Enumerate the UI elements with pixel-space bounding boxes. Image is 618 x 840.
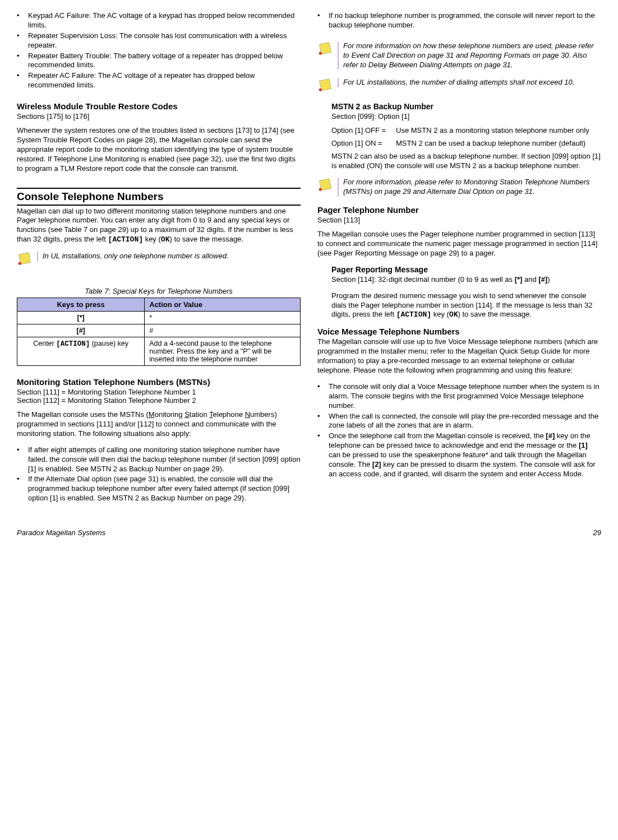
prm-heading: Pager Reporting Message (331, 265, 601, 274)
option-off-row: Option [1] OFF = Use MSTN 2 as a monitor… (331, 126, 601, 134)
bullet-text: Repeater AC Failure: The AC voltage of a… (28, 71, 301, 90)
th-keys: Keys to press (17, 298, 145, 312)
note-text: For UL installations, the number of dial… (338, 78, 574, 87)
option-on-val: MSTN 2 can be used a backup telephone nu… (396, 139, 601, 147)
note-ul-dialing-attempts: For UL installations, the number of dial… (317, 78, 601, 94)
ok-key: OK (449, 310, 458, 319)
cell-key-hash: [#] (17, 324, 145, 337)
option-off-val: Use MSTN 2 as a monitoring station telep… (396, 126, 601, 134)
table-caption: Table 7: Special Keys for Telephone Numb… (17, 287, 301, 295)
note-icon (17, 252, 33, 267)
option-on-row: Option [1] ON = MSTN 2 can be used a bac… (331, 139, 601, 147)
left-column: •Keypad AC Failure: The AC voltage of a … (17, 11, 301, 514)
option-on-label: Option [1] ON = (331, 139, 396, 147)
bullet-text: If after eight attempts of calling one m… (28, 445, 301, 474)
cell-val-pause: Add a 4-second pause to the telephone nu… (145, 337, 301, 366)
svg-point-0 (19, 262, 21, 265)
th-action: Action or Value (145, 298, 301, 312)
prm-ref: Section [114]: 32-digit decimal number (… (331, 275, 601, 284)
cell-key-pause: Center [ACTION] (pause) key (17, 337, 145, 366)
mstn-bullets: •If after eight attempts of calling one … (17, 445, 301, 503)
cell-val-star: * (145, 312, 301, 324)
bullet-text: The console will only dial a Voice Messa… (329, 382, 601, 411)
mstn-heading: Monitoring Station Telephone Numbers (MS… (17, 377, 301, 387)
ctn-heading: Console Telephone Numbers (17, 188, 301, 206)
note-more-info-dialing: For more information on how these teleph… (317, 41, 601, 70)
bullet-text: Keypad AC Failure: The AC voltage of a k… (28, 11, 301, 30)
mstn-ref1: Section [111] = Monitoring Station Telep… (17, 388, 301, 396)
vmtn-heading: Voice Message Telephone Numbers (317, 327, 601, 336)
svg-point-2 (319, 89, 322, 91)
vmtn-bullets: •The console will only dial a Voice Mess… (317, 382, 601, 479)
mstn2-heading: MSTN 2 as Backup Number (331, 102, 601, 111)
footer-left: Paradox Magellan Systems (17, 528, 105, 537)
pager-body: The Magellan console uses the Pager tele… (317, 230, 601, 258)
special-keys-table: Keys to press Action or Value [*] * [#] … (17, 298, 301, 366)
svg-point-1 (319, 52, 322, 54)
mstn2-body: MSTN 2 can also be used as a backup tele… (331, 152, 601, 171)
option-off-label: Option [1] OFF = (331, 126, 396, 134)
bullet-text: Repeater Battery Trouble: The battery vo… (28, 52, 301, 71)
note-icon (317, 178, 333, 193)
action-key: [ACTION] (396, 310, 431, 319)
action-key: [ACTION] (108, 235, 143, 244)
col2-top-bullet: •If no backup telephone number is progra… (317, 11, 601, 30)
bullet-text: When the call is connected, the console … (329, 412, 601, 431)
pager-ref: Section [113] (317, 216, 601, 224)
note-icon (317, 41, 333, 57)
wmtrc-section-ref: Sections [175] to [176] (17, 112, 301, 120)
wmtrc-heading: Wireless Module Trouble Restore Codes (17, 101, 301, 111)
mstn-body: The Magellan console uses the MSTNs (Mon… (17, 410, 301, 439)
bullet-text: Once the telephone call from the Magella… (329, 431, 601, 479)
mstn-ref2: Section [112] = Monitoring Station Telep… (17, 396, 301, 405)
bullet-text: If the Alternate Dial option (see page 3… (28, 475, 301, 503)
note-text: For more information on how these teleph… (338, 41, 601, 70)
intro-bullets: •Keypad AC Failure: The AC voltage of a … (17, 11, 301, 90)
mstn2-ref: Section [099]: Option [1] (331, 112, 601, 120)
pager-heading: Pager Telephone Number (317, 205, 601, 215)
ctn-body: Magellan can dial up to two different mo… (17, 207, 301, 245)
ok-key: OK (161, 235, 170, 244)
prm-body: Program the desired numeric message you … (331, 291, 601, 321)
cell-key-star: [*] (17, 312, 145, 324)
cell-val-hash: # (145, 324, 301, 337)
right-column: •If no backup telephone number is progra… (317, 11, 601, 514)
footer-page-number: 29 (593, 528, 601, 537)
vmtn-body: The Magellan console will use up to five… (317, 337, 601, 375)
note-icon (317, 78, 333, 94)
page-footer: Paradox Magellan Systems 29 (17, 528, 601, 537)
note-mstn-ref: For more information, please refer to Mo… (317, 178, 601, 197)
note-text: In UL installations, only one telephone … (37, 252, 228, 261)
note-text: For more information, please refer to Mo… (338, 178, 601, 197)
bullet-text: If no backup telephone number is program… (329, 11, 601, 30)
svg-point-3 (319, 188, 322, 191)
note-ul-single-number: In UL installations, only one telephone … (17, 252, 301, 267)
wmtrc-body: Whenever the system restores one of the … (17, 126, 301, 173)
bullet-text: Repeater Supervision Loss: The console h… (28, 31, 301, 50)
